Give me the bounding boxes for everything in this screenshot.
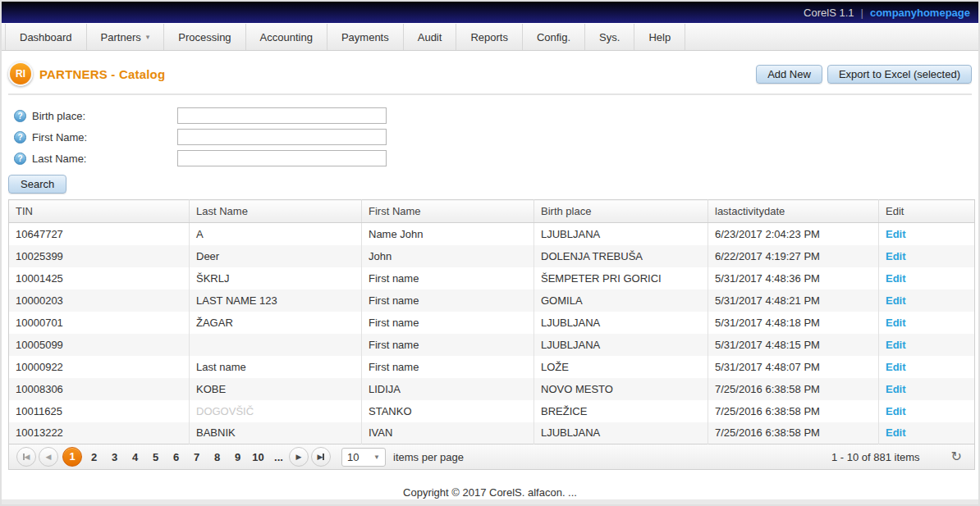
nav-item-reports[interactable]: Reports <box>456 24 523 50</box>
page-number-8[interactable]: 8 <box>207 451 227 463</box>
nav-item-label: Partners <box>101 31 141 43</box>
cell-tin: 10005099 <box>9 334 190 356</box>
cell-birth-place: LJUBLJANA <box>534 312 708 334</box>
cell-tin: 10008306 <box>9 378 190 400</box>
first-page-button[interactable]: ◀ <box>16 447 36 467</box>
cell-edit: Edit <box>879 289 975 312</box>
search-row: Search <box>8 175 972 194</box>
add-new-button[interactable]: Add New <box>756 65 822 84</box>
nav-item-help[interactable]: Help <box>634 24 685 50</box>
last-page-bar-icon <box>323 454 324 460</box>
nav-item-label: Reports <box>470 31 508 43</box>
prev-page-button[interactable]: ◀ <box>39 447 58 467</box>
cell-lastactivitydate: 6/23/2017 2:04:23 PM <box>708 223 879 245</box>
last-page-button[interactable]: ▶ <box>311 447 331 467</box>
table-row: 10000701ŽAGARFirst nameLJUBLJANA5/31/201… <box>9 312 975 334</box>
cell-tin: 10013222 <box>9 422 190 444</box>
nav-item-label: Dashboard <box>20 31 72 43</box>
edit-link[interactable]: Edit <box>886 317 906 329</box>
page-number-4[interactable]: 4 <box>125 451 145 463</box>
edit-link[interactable]: Edit <box>886 228 906 240</box>
company-homepage-link[interactable]: companyhomepage <box>870 7 970 19</box>
nav-item-payments[interactable]: Payments <box>327 24 404 50</box>
nav-item-label: Sys. <box>599 31 620 43</box>
cell-first-name: LIDIJA <box>362 378 534 400</box>
nav-item-dashboard[interactable]: Dashboard <box>5 24 87 50</box>
cell-last-name: LAST NAME 123 <box>190 289 362 312</box>
table-body: 10647727AName JohnLJUBLJANA6/23/2017 2:0… <box>9 223 975 444</box>
chevron-down-icon: ▼ <box>373 454 380 461</box>
nav-item-partners[interactable]: Partners▾ <box>87 24 165 50</box>
last-page-arrow-icon: ▶ <box>318 453 323 461</box>
header-actions: Add New Export to Excel (selected) <box>756 65 972 84</box>
nav-item-sys[interactable]: Sys. <box>585 24 634 50</box>
cell-edit: Edit <box>879 378 975 400</box>
page-number-3[interactable]: 3 <box>104 451 125 463</box>
table-row: 10008306KOBELIDIJANOVO MESTO7/25/2016 6:… <box>9 378 975 400</box>
cell-birth-place: GOMILA <box>534 289 708 312</box>
edit-link[interactable]: Edit <box>886 294 906 307</box>
cell-tin: 10000701 <box>9 312 190 334</box>
next-page-button[interactable]: ▶ <box>289 447 309 467</box>
cell-first-name: John <box>362 245 534 267</box>
cell-birth-place: BREŽICE <box>534 400 708 422</box>
search-button[interactable]: Search <box>8 175 66 194</box>
page-number-5[interactable]: 5 <box>145 451 166 463</box>
cell-last-name: BABNIK <box>190 422 362 444</box>
cell-birth-place: NOVO MESTO <box>534 378 708 400</box>
cell-tin: 10000922 <box>9 356 190 378</box>
table-row: 10005099First nameLJUBLJANA5/31/2017 4:4… <box>9 334 975 356</box>
app-window: CorelS 1.1 | companyhomepage DashboardPa… <box>0 0 980 506</box>
table-row: 10647727AName JohnLJUBLJANA6/23/2017 2:0… <box>9 223 975 245</box>
col-header-lastactivitydate[interactable]: lastactivitydate <box>708 200 879 223</box>
col-header-tin[interactable]: TIN <box>9 200 190 223</box>
page-number-9[interactable]: 9 <box>227 451 248 463</box>
cell-lastactivitydate: 6/22/2017 4:19:27 PM <box>708 245 879 267</box>
edit-link[interactable]: Edit <box>886 250 906 262</box>
edit-link[interactable]: Edit <box>886 339 906 351</box>
edit-link[interactable]: Edit <box>886 405 906 417</box>
partners-table: TIN Last Name First Name Birth place las… <box>8 199 975 444</box>
nav-item-accounting[interactable]: Accounting <box>246 24 327 50</box>
page-ellipsis[interactable]: ... <box>268 451 289 463</box>
refresh-icon[interactable]: ↻ <box>951 450 962 463</box>
birth-place-input[interactable] <box>177 107 387 124</box>
page-number-7[interactable]: 7 <box>186 451 207 463</box>
export-excel-button[interactable]: Export to Excel (selected) <box>827 65 972 84</box>
nav-item-config[interactable]: Config. <box>523 24 585 50</box>
page-number-6[interactable]: 6 <box>166 451 186 463</box>
page-title: PARTNERS - Catalog <box>39 67 165 81</box>
last-name-input[interactable] <box>177 150 387 166</box>
edit-link[interactable]: Edit <box>886 272 906 285</box>
edit-link[interactable]: Edit <box>886 426 906 439</box>
main-content: RI PARTNERS - Catalog Add New Export to … <box>2 62 978 499</box>
nav-item-processing[interactable]: Processing <box>164 24 245 50</box>
cell-lastactivitydate: 7/25/2016 6:38:58 PM <box>708 400 879 422</box>
col-header-last-name[interactable]: Last Name <box>190 200 362 223</box>
edit-link[interactable]: Edit <box>886 361 906 373</box>
cell-birth-place: LJUBLJANA <box>534 334 708 356</box>
col-header-birth-place[interactable]: Birth place <box>534 200 708 223</box>
nav-item-label: Payments <box>341 31 389 43</box>
first-name-input[interactable] <box>177 129 387 145</box>
cell-first-name: First name <box>362 312 534 334</box>
cell-last-name <box>190 334 362 356</box>
cell-edit: Edit <box>879 245 975 267</box>
page-size-select[interactable]: 10 ▼ <box>341 448 386 467</box>
prev-page-arrow-icon: ◀ <box>46 453 52 461</box>
cell-lastactivitydate: 5/31/2017 4:48:21 PM <box>708 289 879 312</box>
cell-edit: Edit <box>879 400 975 422</box>
birth-place-label: Birth place: <box>32 110 177 122</box>
page-number-2[interactable]: 2 <box>84 451 104 463</box>
cell-first-name: First name <box>362 334 534 356</box>
cell-edit: Edit <box>879 223 975 245</box>
page-number-1[interactable]: 1 <box>62 447 82 467</box>
nav-item-audit[interactable]: Audit <box>404 24 457 50</box>
page-number-10[interactable]: 10 <box>248 451 268 463</box>
col-header-first-name[interactable]: First Name <box>362 200 534 223</box>
cell-last-name: ŽAGAR <box>190 312 362 334</box>
nav-bar: DashboardPartners▾ProcessingAccountingPa… <box>2 23 978 51</box>
cell-lastactivitydate: 7/25/2016 6:38:58 PM <box>708 422 879 444</box>
edit-link[interactable]: Edit <box>886 383 906 395</box>
table-row: 10013222BABNIKIVANLJUBLJANA7/25/2016 6:3… <box>9 422 975 444</box>
